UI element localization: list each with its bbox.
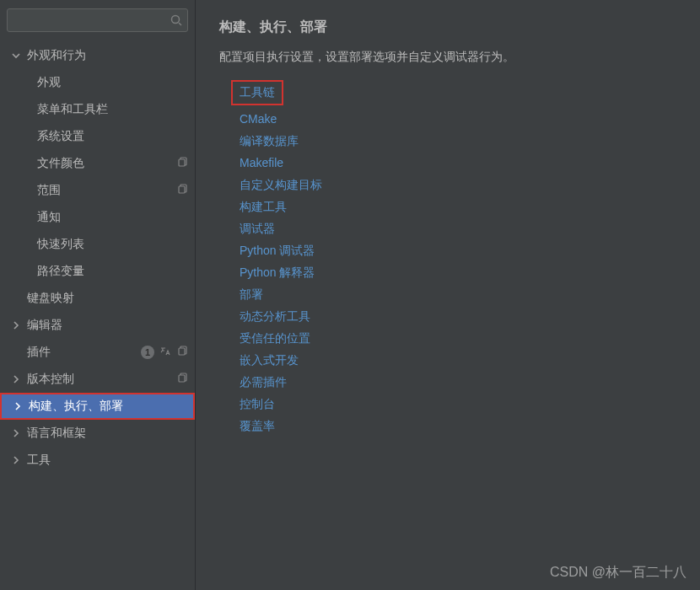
main-panel: 构建、执行、部署 配置项目执行设置，设置部署选项并自定义调试器行为。 工具链CM…	[196, 0, 700, 590]
page-title: 构建、执行、部署	[219, 19, 676, 36]
svg-line-1	[179, 23, 181, 25]
settings-tree: 外观和行为外观菜单和工具栏系统设置文件颜色范围通知快速列表路径变量键盘映射编辑器…	[0, 39, 195, 590]
sidebar-item[interactable]: 系统设置	[0, 123, 195, 150]
watermark: CSDN @林一百二十八	[550, 564, 687, 582]
settings-links: 工具链CMake编译数据库Makefile自定义构建目标构建工具调试器Pytho…	[219, 80, 676, 434]
sidebar-item[interactable]: 构建、执行、部署	[0, 393, 195, 420]
sidebar-item-label: 通知	[37, 210, 188, 225]
sidebar-item-label: 路径变量	[37, 264, 188, 279]
settings-link[interactable]: 必需插件	[240, 373, 287, 390]
settings-link[interactable]: 控制台	[240, 395, 275, 412]
sidebar-item[interactable]: 编辑器	[0, 312, 195, 339]
svg-rect-3	[179, 186, 185, 193]
settings-link[interactable]: Python 解释器	[240, 264, 315, 281]
sidebar-item-label: 范围	[37, 183, 176, 198]
search-wrap	[0, 0, 195, 39]
svg-rect-4	[179, 348, 185, 355]
sidebar-item[interactable]: 语言和框架	[0, 420, 195, 447]
chevron-right-icon	[8, 426, 24, 441]
sidebar-item[interactable]: 插件1	[0, 339, 195, 366]
chevron-right-icon	[8, 372, 24, 387]
search-icon	[170, 13, 183, 27]
svg-point-0	[172, 16, 180, 24]
sidebar-item[interactable]: 文件颜色	[0, 150, 195, 177]
sidebar-item[interactable]: 版本控制	[0, 366, 195, 393]
sidebar-item[interactable]: 菜单和工具栏	[0, 96, 195, 123]
sidebar-item-label: 编辑器	[27, 318, 188, 333]
chevron-down-icon	[8, 48, 24, 63]
update-badge: 1	[141, 346, 154, 359]
sidebar-item-label: 工具	[27, 453, 188, 468]
sidebar-item[interactable]: 快速列表	[0, 231, 195, 258]
page-description: 配置项目执行设置，设置部署选项并自定义调试器行为。	[219, 50, 676, 65]
sidebar-item[interactable]: 范围	[0, 177, 195, 204]
search-input[interactable]	[7, 8, 188, 32]
sidebar-item-label: 菜单和工具栏	[37, 102, 188, 117]
project-scope-icon	[176, 184, 188, 198]
chevron-right-icon	[8, 453, 24, 468]
sidebar-item[interactable]: 路径变量	[0, 258, 195, 285]
language-icon	[159, 346, 171, 360]
sidebar-item-label: 快速列表	[37, 237, 188, 252]
sidebar-item-label: 构建、执行、部署	[29, 399, 186, 414]
chevron-right-icon	[10, 399, 25, 414]
sidebar-item[interactable]: 通知	[0, 204, 195, 231]
project-scope-icon	[176, 346, 188, 360]
sidebar-item[interactable]: 键盘映射	[0, 285, 195, 312]
sidebar-item[interactable]: 工具	[0, 447, 195, 474]
settings-link[interactable]: 调试器	[240, 220, 275, 237]
settings-link[interactable]: 构建工具	[240, 198, 287, 215]
sidebar-item[interactable]: 外观和行为	[0, 42, 195, 69]
settings-link[interactable]: 嵌入式开发	[240, 351, 299, 368]
sidebar-item-label: 系统设置	[37, 129, 188, 144]
project-scope-icon	[176, 157, 188, 171]
chevron-right-icon	[8, 318, 24, 333]
settings-link[interactable]: 工具链	[231, 80, 283, 105]
settings-link[interactable]: 编译数据库	[240, 132, 299, 149]
sidebar-item-label: 外观和行为	[27, 48, 188, 63]
settings-sidebar: 外观和行为外观菜单和工具栏系统设置文件颜色范围通知快速列表路径变量键盘映射编辑器…	[0, 0, 196, 590]
settings-link[interactable]: CMake	[240, 110, 277, 127]
sidebar-item-label: 文件颜色	[37, 156, 176, 171]
sidebar-item-label: 键盘映射	[27, 291, 188, 306]
svg-rect-5	[179, 375, 185, 382]
settings-link[interactable]: Python 调试器	[240, 242, 315, 259]
settings-link[interactable]: 覆盖率	[240, 417, 275, 434]
sidebar-item-label: 版本控制	[27, 372, 176, 387]
sidebar-item-label: 语言和框架	[27, 426, 188, 441]
svg-rect-2	[179, 159, 185, 166]
settings-link[interactable]: Makefile	[240, 154, 283, 171]
settings-link[interactable]: 动态分析工具	[240, 308, 310, 324]
sidebar-item-label: 插件	[27, 345, 141, 360]
settings-link[interactable]: 部署	[240, 286, 263, 303]
sidebar-item[interactable]: 外观	[0, 69, 195, 96]
sidebar-item-label: 外观	[37, 75, 188, 90]
settings-link[interactable]: 受信任的位置	[240, 330, 310, 346]
settings-link[interactable]: 自定义构建目标	[240, 176, 322, 193]
project-scope-icon	[176, 373, 188, 387]
